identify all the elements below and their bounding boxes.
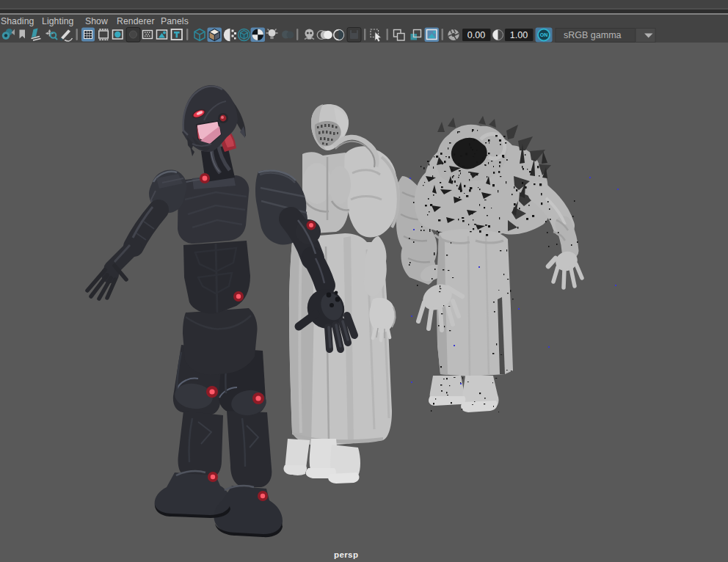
svg-text:ON: ON [540,32,548,37]
svg-text:sRGB gamma: sRGB gamma [564,30,622,40]
svg-text:1.00: 1.00 [510,30,528,40]
svg-text:0.00: 0.00 [467,30,485,40]
